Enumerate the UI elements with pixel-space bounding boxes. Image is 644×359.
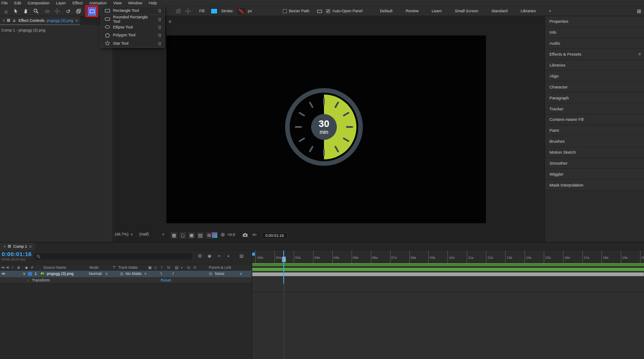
zoom-tool-icon[interactable]	[32, 7, 40, 15]
close-icon[interactable]: ×	[4, 244, 6, 249]
ruler-tick[interactable]: 02s	[294, 250, 313, 263]
panel-menu-icon[interactable]: ≡	[75, 18, 77, 23]
chevron-down-icon[interactable]: ∨	[105, 271, 108, 276]
ruler-tick[interactable]: 17s	[582, 250, 602, 263]
blend-mode-select[interactable]: Normal	[89, 271, 102, 276]
layer-label-chip[interactable]	[28, 272, 32, 276]
transform-group-row[interactable]: › Transform Reset	[0, 277, 252, 284]
quality-switch[interactable]: \	[161, 271, 162, 276]
sidebar-item-content-aware-fill[interactable]: Content-Aware Fill	[545, 114, 644, 125]
time-ruler[interactable]: :00s 01s 02s 03s 04s 05s 06s 07s	[252, 250, 644, 263]
pan-behind-tool-icon[interactable]	[74, 7, 83, 15]
preview-time[interactable]: 0:00:01:16	[262, 232, 288, 239]
take-snapshot-icon[interactable]	[242, 232, 248, 238]
adjustment-layer-switch-icon[interactable]: ◎	[187, 265, 190, 270]
shy-icon[interactable]: ◉	[206, 253, 213, 259]
sidebar-item-audio[interactable]: Audio	[545, 38, 644, 49]
playhead[interactable]	[283, 250, 284, 284]
menu-item-rounded-rectangle-tool[interactable]: Rounded Rectangle Tool Q	[101, 15, 164, 23]
sidebar-item-paragraph[interactable]: Paragraph	[545, 92, 644, 103]
mini-flowchart-icon[interactable]: ⊞	[197, 253, 203, 259]
stroke-color-swatch[interactable]	[238, 8, 245, 14]
work-area-start-marker[interactable]	[252, 253, 255, 256]
sidebar-item-properties[interactable]: Properties	[545, 16, 644, 27]
auto-open-panel-label[interactable]: Auto-Open Panel	[332, 9, 362, 13]
ruler-tick[interactable]: 07s	[390, 250, 409, 263]
rotate-tool-icon[interactable]: ↺	[64, 7, 72, 15]
home-icon[interactable]: ⌂	[2, 7, 10, 15]
auto-open-panel-checkbox[interactable]: ✓	[326, 9, 330, 13]
motion-blur-icon[interactable]: ◐	[225, 253, 232, 259]
ruler-tick[interactable]: 18s	[602, 250, 621, 263]
menu-item-animation[interactable]: Animation	[89, 1, 106, 5]
graph-editor-icon[interactable]: ▤	[238, 253, 245, 259]
magnification-select[interactable]: (48.7%) ∨	[115, 232, 133, 236]
transparency-grid-icon[interactable]: ▨	[197, 232, 204, 239]
motion-blur-switch-icon[interactable]: ◐	[181, 265, 183, 270]
frame-blending-icon[interactable]: ≈	[216, 253, 222, 259]
fx-switch-icon[interactable]: fx	[167, 265, 170, 270]
menu-item-rectangle-tool[interactable]: Rectangle Tool Q	[101, 7, 164, 14]
parent-select[interactable]: None	[215, 271, 225, 276]
ruler-tick[interactable]: 16s	[563, 250, 582, 263]
layer-name[interactable]: pngegg (3).png	[47, 271, 74, 276]
menu-item-polygon-tool[interactable]: Polygon Tool Q	[101, 31, 164, 39]
ruler-tick[interactable]: 20s	[640, 250, 644, 263]
adjust-exposure-control[interactable]: +0.0	[220, 232, 235, 237]
ruler-tick[interactable]: 03s	[313, 250, 332, 263]
3d-layer-switch-icon[interactable]: ⊙	[193, 265, 197, 270]
frame-blend-switch-icon[interactable]: ▤	[175, 265, 179, 270]
menu-item-ellipse-tool[interactable]: Ellipse Tool Q	[101, 23, 164, 31]
transform-reset-link[interactable]: Reset	[161, 278, 171, 282]
collapse-switch-icon[interactable]: ◇	[154, 265, 157, 270]
sidebar-item-tracker[interactable]: Tracker	[545, 103, 644, 114]
sidebar-item-character[interactable]: Character	[545, 81, 644, 92]
work-area-bar[interactable]	[252, 263, 644, 266]
ruler-tick[interactable]: 13s	[505, 250, 524, 263]
tab-comp-1[interactable]: × Comp 1 ≡	[0, 243, 35, 250]
workspace-review[interactable]: Review	[406, 9, 419, 13]
group-disclosure-icon[interactable]: ›	[28, 278, 29, 282]
transform-group-label[interactable]: Transform	[32, 278, 50, 282]
ruler-tick[interactable]: :00s	[255, 250, 274, 263]
rectangle-shape-tool-icon[interactable]	[88, 7, 96, 16]
selection-tool-icon[interactable]	[12, 7, 20, 15]
layer-disclosure-icon[interactable]: ∨	[23, 271, 26, 276]
viewer-panel-menu-icon[interactable]: ≡	[169, 19, 171, 24]
menu-item-edit[interactable]: Edit	[14, 1, 21, 5]
ruler-tick[interactable]: 14s	[524, 250, 544, 263]
workspace-default[interactable]: Default	[380, 9, 393, 13]
orbit-camera-tool-icon[interactable]	[43, 7, 51, 15]
more-workspaces-icon[interactable]: »	[549, 9, 551, 13]
brush-tool-icon[interactable]	[174, 7, 183, 15]
panel-menu-icon[interactable]: ≡	[29, 244, 32, 249]
composition-canvas[interactable]: 30 min	[166, 35, 486, 223]
workspace-libraries[interactable]: Libraries	[521, 9, 536, 13]
column-t[interactable]: T	[113, 265, 115, 270]
workspace-small-screen[interactable]: Small Screen	[455, 9, 479, 13]
playhead-handle[interactable]	[282, 257, 286, 262]
ruler-tick[interactable]: 06s	[371, 250, 390, 263]
column-track-matte[interactable]: Track Matte	[118, 265, 138, 270]
shy-switch-icon[interactable]: ▣	[148, 265, 152, 270]
sidebar-item-smoother[interactable]: Smoother	[545, 158, 644, 169]
column-source-name[interactable]: Source Name	[43, 265, 66, 270]
ruler-tick[interactable]: 15s	[544, 250, 563, 263]
panel-menu-icon[interactable]: ≡	[638, 52, 641, 56]
ruler-tick[interactable]: 05s	[352, 250, 371, 263]
menu-item-layer[interactable]: Layer	[56, 1, 66, 5]
ruler-tick[interactable]: 09s	[428, 250, 447, 263]
menu-item-effect[interactable]: Effect	[73, 1, 83, 5]
column-mode[interactable]: Mode	[89, 265, 99, 270]
sidebar-item-info[interactable]: Info	[545, 27, 644, 38]
show-channel-icon[interactable]	[211, 232, 218, 238]
tool-creates-mask-icon[interactable]	[315, 7, 324, 15]
fx-quality-switch[interactable]: /	[172, 271, 174, 276]
sidebar-item-mask-interpolation[interactable]: Mask Interpolation	[545, 180, 644, 190]
layer-duration-bar[interactable]	[252, 272, 644, 276]
sidebar-item-effects-presets[interactable]: Effects & Presets ≡	[545, 49, 644, 60]
sidebar-item-motion-sketch[interactable]: Motion Sketch	[545, 147, 644, 158]
timeline-search-box[interactable]	[34, 253, 192, 260]
ruler-tick[interactable]: 12s	[486, 250, 505, 263]
quality-switch-icon[interactable]: \	[161, 265, 162, 270]
